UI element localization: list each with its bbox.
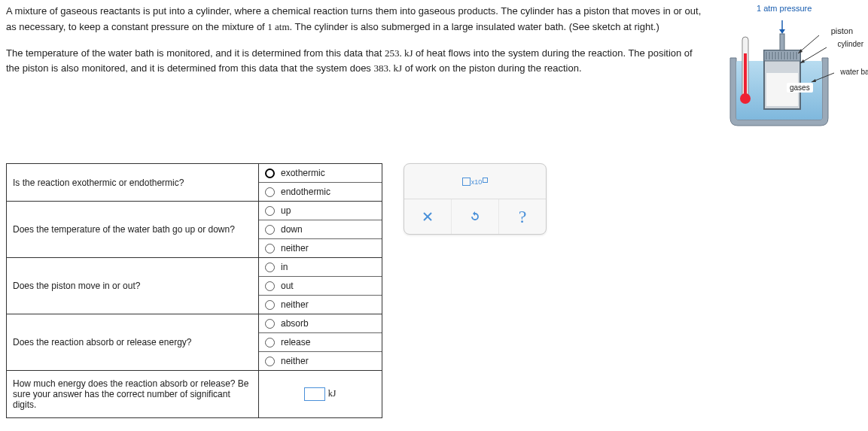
undo-icon — [469, 211, 481, 223]
q5-text: How much energy does the reaction absorb… — [7, 371, 259, 418]
option-label: exothermic — [281, 168, 325, 178]
option-label: endothermic — [281, 187, 330, 197]
option-label: release — [281, 337, 310, 348]
q4-option-release[interactable]: release — [259, 333, 382, 352]
radio-icon — [265, 319, 275, 329]
radio-icon — [265, 187, 275, 197]
svg-marker-29 — [473, 211, 475, 216]
radio-icon — [265, 225, 275, 235]
option-label: neither — [281, 299, 309, 310]
radio-icon — [265, 244, 275, 253]
para2-math2: 383. kJ — [373, 62, 402, 74]
label-gases: gases — [787, 83, 813, 93]
apparatus-svg — [723, 7, 836, 127]
q1-option-endothermic[interactable]: endothermic — [259, 183, 382, 201]
question-icon: ? — [519, 207, 527, 227]
scientific-notation-button[interactable]: x10 — [404, 164, 546, 199]
apparatus-diagram: 1 atm pressure piston cylinder water bat… — [723, 4, 862, 129]
radio-icon — [265, 206, 275, 216]
label-piston: piston — [831, 26, 853, 35]
option-label: in — [281, 262, 288, 272]
para1-math1: 1 atm — [267, 21, 289, 32]
help-button[interactable]: ? — [498, 199, 546, 234]
para2-math1: 253. kJ — [385, 47, 413, 59]
para2-text-a: The temperature of the water bath is mon… — [6, 47, 385, 59]
para2-text-c: of work on the piston during the reactio… — [402, 62, 581, 74]
label-waterbath: water bath — [840, 68, 868, 76]
svg-marker-20 — [779, 29, 785, 34]
svg-rect-18 — [780, 34, 784, 50]
q2-option-neither[interactable]: neither — [259, 239, 382, 257]
q4-text: Does the reaction absorb or release ener… — [7, 314, 259, 371]
answer-toolbar: x10 ? — [404, 163, 547, 235]
reset-button[interactable] — [451, 199, 498, 234]
radio-icon — [265, 281, 275, 291]
radio-icon — [265, 300, 275, 310]
radio-icon — [265, 263, 275, 272]
svg-rect-3 — [744, 53, 747, 99]
energy-input[interactable] — [304, 387, 325, 401]
q1-text: Is the reaction exothermic or endothermi… — [7, 164, 259, 202]
q2-option-up[interactable]: up — [259, 202, 382, 220]
sci-notation-icon: x10 — [462, 178, 489, 186]
q3-option-out[interactable]: out — [259, 277, 382, 296]
para1-text-b: . The cylinder is also submerged in a la… — [290, 21, 659, 32]
q2-option-down[interactable]: down — [259, 220, 382, 239]
question-table: Is the reaction exothermic or endothermi… — [6, 163, 382, 418]
q3-text: Does the piston move in or out? — [7, 258, 259, 314]
q3-option-neither[interactable]: neither — [259, 296, 382, 314]
energy-unit: kJ — [328, 388, 337, 399]
option-label: neither — [281, 243, 309, 253]
clear-button[interactable] — [404, 199, 451, 234]
label-cylinder: cylinder — [838, 40, 863, 48]
q4-option-absorb[interactable]: absorb — [259, 314, 382, 333]
label-pressure: 1 atm pressure — [757, 4, 812, 13]
q4-option-neither[interactable]: neither — [259, 352, 382, 370]
q3-option-in[interactable]: in — [259, 258, 382, 277]
radio-icon — [265, 338, 275, 348]
option-label: up — [281, 205, 291, 216]
option-label: down — [281, 224, 303, 235]
q1-option-exothermic[interactable]: exothermic — [259, 164, 382, 183]
option-label: neither — [281, 356, 309, 366]
radio-icon — [265, 357, 275, 366]
x-icon — [422, 211, 433, 222]
option-label: out — [281, 281, 294, 291]
option-label: absorb — [281, 318, 309, 329]
q2-text: Does the temperature of the water bath g… — [7, 202, 259, 258]
paragraph-2: The temperature of the water bath is mon… — [6, 46, 708, 77]
radio-icon — [265, 168, 275, 178]
paragraph-1: A mixture of gaseous reactants is put in… — [6, 4, 708, 35]
